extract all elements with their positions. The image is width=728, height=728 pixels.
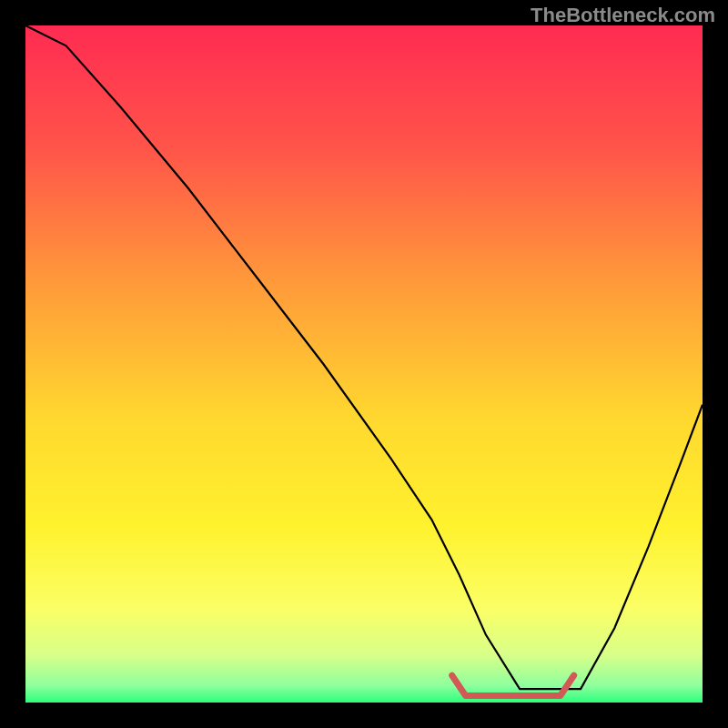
chart-container: TheBottleneck.com [0, 0, 728, 728]
watermark-text: TheBottleneck.com [531, 4, 715, 27]
gradient-background [25, 25, 703, 703]
chart-svg [25, 25, 703, 703]
plot-area [25, 25, 703, 703]
